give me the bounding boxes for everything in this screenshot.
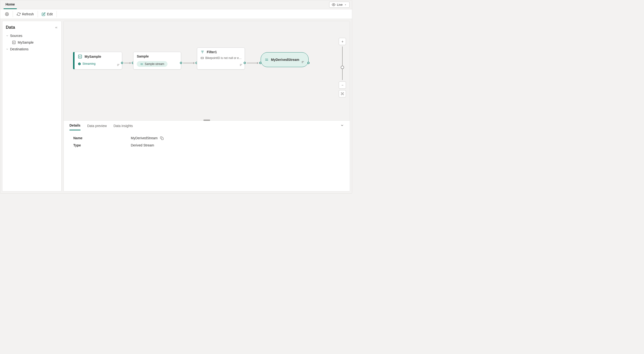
chip-label: Sample-stream xyxy=(145,62,164,66)
panel-collapse-button[interactable] xyxy=(340,123,344,128)
chevron-down-icon xyxy=(6,34,8,37)
sidebar-item-label: MySample xyxy=(18,41,34,44)
zoom-slider-handle[interactable] xyxy=(341,66,344,69)
node-port[interactable] xyxy=(180,62,182,64)
node-derived-stream[interactable]: MyDerivedStream xyxy=(261,52,308,67)
node-title: Filter1 xyxy=(207,50,217,54)
destinations-label: Destinations xyxy=(10,47,28,51)
node-sample[interactable]: Sample Sample-stream xyxy=(133,52,181,70)
detail-value: Derived Stream xyxy=(131,143,154,147)
fit-button[interactable] xyxy=(339,90,346,97)
node-title: MySample xyxy=(84,55,101,59)
detail-label: Type xyxy=(73,143,131,147)
settings-button[interactable] xyxy=(3,11,11,18)
connector xyxy=(247,63,258,63)
node-mysample[interactable]: MySample Streaming xyxy=(74,52,122,70)
zoom-slider-track[interactable] xyxy=(342,47,342,80)
node-port[interactable] xyxy=(121,62,123,64)
detail-row-name: Name MyDerivedStream xyxy=(73,136,340,140)
connector xyxy=(124,63,131,63)
node-port[interactable] xyxy=(308,62,310,64)
node-more-icon[interactable] xyxy=(301,60,304,65)
detail-value: MyDerivedStream xyxy=(131,136,158,140)
detail-label: Name xyxy=(73,136,131,140)
pipeline-canvas[interactable]: MySample Streaming Sample xyxy=(64,21,350,120)
sources-group[interactable]: Sources xyxy=(2,32,61,39)
stream-icon xyxy=(265,58,268,62)
connector xyxy=(183,63,194,63)
node-title: Sample xyxy=(137,54,149,58)
live-mode-dropdown[interactable]: Live xyxy=(329,2,350,8)
edit-icon xyxy=(42,12,46,16)
toolbar-separator xyxy=(56,11,57,17)
chevron-down-icon xyxy=(340,123,344,127)
collapse-sidebar-icon[interactable] xyxy=(54,26,58,29)
filter-icon xyxy=(200,50,204,54)
zoom-in-button[interactable]: ＋ xyxy=(339,38,346,45)
fit-icon xyxy=(341,92,344,95)
svg-rect-20 xyxy=(162,138,164,140)
eye-icon xyxy=(332,3,336,7)
node-port[interactable] xyxy=(244,62,246,64)
sidebar-title: Data xyxy=(6,25,15,30)
svg-point-1 xyxy=(6,14,8,15)
detail-row-type: Type Derived Stream xyxy=(73,143,340,147)
column-icon xyxy=(200,56,204,60)
live-mode-label: Live xyxy=(337,3,342,7)
node-filter[interactable]: Filter1 BikepointID is not null or e… xyxy=(197,48,245,70)
details-panel: Details Data preview Data insights Name … xyxy=(64,120,350,191)
svg-point-4 xyxy=(78,63,81,65)
stream-chip[interactable]: Sample-stream xyxy=(137,61,168,67)
gear-icon xyxy=(5,12,9,16)
chart-icon xyxy=(78,54,82,59)
chevron-down-icon xyxy=(6,48,8,51)
check-circle-icon xyxy=(78,62,81,66)
zoom-controls: ＋ － xyxy=(339,38,346,97)
tab-details[interactable]: Details xyxy=(70,123,80,130)
tab-data-preview[interactable]: Data preview xyxy=(87,124,107,130)
toolbar-separator xyxy=(38,11,38,17)
refresh-icon xyxy=(17,12,20,16)
sources-label: Sources xyxy=(10,34,22,38)
ribbon-tab-home[interactable]: Home xyxy=(4,0,17,9)
node-status-label: Streaming xyxy=(82,62,96,66)
node-more-icon[interactable] xyxy=(239,63,243,67)
main-area: MySample Streaming Sample xyxy=(64,21,350,191)
refresh-button[interactable]: Refresh xyxy=(15,11,36,18)
zoom-out-button[interactable]: － xyxy=(339,82,346,89)
toolbar: Refresh Edit xyxy=(0,9,352,19)
chevron-down-icon xyxy=(344,3,347,6)
data-sidebar: Data Sources MySample Destinations xyxy=(2,21,62,191)
edit-button[interactable]: Edit xyxy=(40,11,54,18)
copy-icon[interactable] xyxy=(160,136,164,140)
node-accent-bar xyxy=(73,52,74,69)
panel-tabs: Details Data preview Data insights xyxy=(64,121,350,130)
svg-point-0 xyxy=(333,4,334,5)
ribbon-tabs: Home Live xyxy=(0,0,352,9)
chart-icon xyxy=(12,41,16,44)
node-sub-label: BikepointID is not null or e… xyxy=(205,56,242,60)
tab-data-insights[interactable]: Data insights xyxy=(114,124,133,130)
node-more-icon[interactable] xyxy=(117,63,120,67)
node-title: MyDerivedStream xyxy=(271,58,299,62)
svg-rect-19 xyxy=(342,93,343,94)
sidebar-item-mysample[interactable]: MySample xyxy=(2,39,61,46)
destinations-group[interactable]: Destinations xyxy=(2,46,61,53)
stream-icon xyxy=(140,63,143,66)
toolbar-separator xyxy=(13,11,13,17)
refresh-label: Refresh xyxy=(22,12,34,16)
edit-label: Edit xyxy=(47,12,53,16)
